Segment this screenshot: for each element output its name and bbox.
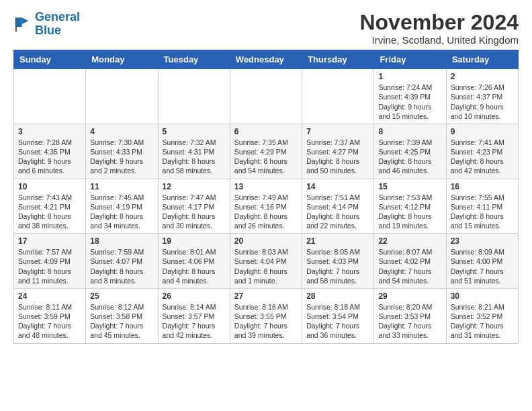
header-day-sunday: Sunday <box>14 50 86 69</box>
day-info: Sunrise: 7:35 AMSunset: 4:29 PMDaylight:… <box>234 138 298 176</box>
day-cell-24: 24Sunrise: 8:11 AMSunset: 3:59 PMDayligh… <box>14 288 86 343</box>
logo-icon <box>13 15 32 34</box>
day-number: 28 <box>306 291 369 301</box>
title-area: November 2024 Irvine, Scotland, United K… <box>359 11 519 46</box>
day-number: 10 <box>18 182 81 191</box>
day-info: Sunrise: 7:53 AMSunset: 4:12 PMDaylight:… <box>378 193 441 231</box>
logo-line2: Blue <box>35 24 61 37</box>
day-number: 9 <box>451 127 514 136</box>
day-cell-19: 19Sunrise: 8:01 AMSunset: 4:06 PMDayligh… <box>158 234 230 289</box>
day-number: 17 <box>18 236 81 246</box>
calendar-table: SundayMondayTuesdayWednesdayThursdayFrid… <box>13 50 519 343</box>
day-cell-11: 11Sunrise: 7:45 AMSunset: 4:19 PMDayligh… <box>86 179 158 234</box>
day-number: 23 <box>451 236 514 246</box>
empty-cell <box>86 69 158 124</box>
week-row-2: 3Sunrise: 7:28 AMSunset: 4:35 PMDaylight… <box>14 124 519 179</box>
day-info: Sunrise: 7:24 AMSunset: 4:39 PMDaylight:… <box>378 83 441 121</box>
day-number: 6 <box>234 127 298 136</box>
day-number: 22 <box>378 236 441 246</box>
header: General Blue November 2024 Irvine, Scotl… <box>13 11 519 46</box>
svg-rect-2 <box>15 17 17 32</box>
day-cell-3: 3Sunrise: 7:28 AMSunset: 4:35 PMDaylight… <box>14 124 86 179</box>
day-info: Sunrise: 7:45 AMSunset: 4:19 PMDaylight:… <box>90 193 153 231</box>
day-info: Sunrise: 8:03 AMSunset: 4:04 PMDaylight:… <box>234 247 298 285</box>
month-title: November 2024 <box>359 11 519 34</box>
day-cell-16: 16Sunrise: 7:55 AMSunset: 4:11 PMDayligh… <box>446 179 518 234</box>
logo-text: General Blue <box>35 11 80 38</box>
location: Irvine, Scotland, United Kingdom <box>359 34 519 46</box>
day-info: Sunrise: 7:39 AMSunset: 4:25 PMDaylight:… <box>378 138 441 176</box>
logo-line1: General <box>35 10 80 24</box>
day-info: Sunrise: 7:32 AMSunset: 4:31 PMDaylight:… <box>163 138 226 176</box>
day-info: Sunrise: 7:55 AMSunset: 4:11 PMDaylight:… <box>451 193 514 231</box>
day-cell-30: 30Sunrise: 8:21 AMSunset: 3:52 PMDayligh… <box>446 288 518 343</box>
day-cell-28: 28Sunrise: 8:18 AMSunset: 3:54 PMDayligh… <box>302 288 374 343</box>
day-number: 21 <box>306 236 369 246</box>
day-number: 30 <box>451 291 514 301</box>
header-day-saturday: Saturday <box>446 50 518 69</box>
day-number: 14 <box>306 182 369 191</box>
day-cell-15: 15Sunrise: 7:53 AMSunset: 4:12 PMDayligh… <box>374 179 446 234</box>
week-row-3: 10Sunrise: 7:43 AMSunset: 4:21 PMDayligh… <box>14 179 519 234</box>
day-info: Sunrise: 8:14 AMSunset: 3:57 PMDaylight:… <box>163 302 226 340</box>
week-row-5: 24Sunrise: 8:11 AMSunset: 3:59 PMDayligh… <box>14 288 519 343</box>
day-info: Sunrise: 7:37 AMSunset: 4:27 PMDaylight:… <box>306 138 369 176</box>
empty-cell <box>302 69 374 124</box>
day-info: Sunrise: 8:09 AMSunset: 4:00 PMDaylight:… <box>451 247 514 285</box>
day-info: Sunrise: 7:51 AMSunset: 4:14 PMDaylight:… <box>306 193 369 231</box>
day-info: Sunrise: 8:05 AMSunset: 4:03 PMDaylight:… <box>306 247 369 285</box>
day-cell-27: 27Sunrise: 8:16 AMSunset: 3:55 PMDayligh… <box>230 288 302 343</box>
day-number: 3 <box>18 127 81 136</box>
header-day-monday: Monday <box>86 50 158 69</box>
day-cell-13: 13Sunrise: 7:49 AMSunset: 4:16 PMDayligh… <box>230 179 302 234</box>
day-number: 27 <box>234 291 298 301</box>
day-number: 25 <box>90 291 153 301</box>
day-cell-9: 9Sunrise: 7:41 AMSunset: 4:23 PMDaylight… <box>446 124 518 179</box>
day-number: 11 <box>90 182 153 191</box>
day-info: Sunrise: 8:01 AMSunset: 4:06 PMDaylight:… <box>163 247 226 285</box>
day-number: 5 <box>163 127 226 136</box>
day-cell-12: 12Sunrise: 7:47 AMSunset: 4:17 PMDayligh… <box>158 179 230 234</box>
day-number: 7 <box>306 127 369 136</box>
day-cell-22: 22Sunrise: 8:07 AMSunset: 4:02 PMDayligh… <box>374 234 446 289</box>
header-row: SundayMondayTuesdayWednesdayThursdayFrid… <box>14 50 519 69</box>
day-cell-25: 25Sunrise: 8:12 AMSunset: 3:58 PMDayligh… <box>86 288 158 343</box>
day-cell-1: 1Sunrise: 7:24 AMSunset: 4:39 PMDaylight… <box>374 69 446 124</box>
empty-cell <box>14 69 86 124</box>
day-info: Sunrise: 8:12 AMSunset: 3:58 PMDaylight:… <box>90 302 153 340</box>
empty-cell <box>158 69 230 124</box>
day-info: Sunrise: 7:43 AMSunset: 4:21 PMDaylight:… <box>18 193 81 231</box>
day-cell-21: 21Sunrise: 8:05 AMSunset: 4:03 PMDayligh… <box>302 234 374 289</box>
header-day-thursday: Thursday <box>302 50 374 69</box>
day-number: 12 <box>163 182 226 191</box>
day-cell-29: 29Sunrise: 8:20 AMSunset: 3:53 PMDayligh… <box>374 288 446 343</box>
day-cell-8: 8Sunrise: 7:39 AMSunset: 4:25 PMDaylight… <box>374 124 446 179</box>
header-day-tuesday: Tuesday <box>158 50 230 69</box>
day-info: Sunrise: 7:57 AMSunset: 4:09 PMDaylight:… <box>18 247 81 285</box>
day-info: Sunrise: 8:20 AMSunset: 3:53 PMDaylight:… <box>378 302 441 340</box>
day-cell-20: 20Sunrise: 8:03 AMSunset: 4:04 PMDayligh… <box>230 234 302 289</box>
svg-marker-1 <box>22 17 29 24</box>
day-info: Sunrise: 8:11 AMSunset: 3:59 PMDaylight:… <box>18 302 81 340</box>
empty-cell <box>230 69 302 124</box>
day-cell-14: 14Sunrise: 7:51 AMSunset: 4:14 PMDayligh… <box>302 179 374 234</box>
day-cell-4: 4Sunrise: 7:30 AMSunset: 4:33 PMDaylight… <box>86 124 158 179</box>
day-info: Sunrise: 8:07 AMSunset: 4:02 PMDaylight:… <box>378 247 441 285</box>
day-number: 2 <box>451 72 514 81</box>
day-number: 1 <box>378 72 441 81</box>
logo: General Blue <box>13 11 80 38</box>
day-cell-5: 5Sunrise: 7:32 AMSunset: 4:31 PMDaylight… <box>158 124 230 179</box>
day-number: 19 <box>163 236 226 246</box>
day-number: 29 <box>378 291 441 301</box>
day-cell-10: 10Sunrise: 7:43 AMSunset: 4:21 PMDayligh… <box>14 179 86 234</box>
day-info: Sunrise: 7:59 AMSunset: 4:07 PMDaylight:… <box>90 247 153 285</box>
day-info: Sunrise: 7:26 AMSunset: 4:37 PMDaylight:… <box>451 83 514 121</box>
week-row-1: 1Sunrise: 7:24 AMSunset: 4:39 PMDaylight… <box>14 69 519 124</box>
day-number: 18 <box>90 236 153 246</box>
day-number: 26 <box>163 291 226 301</box>
day-cell-7: 7Sunrise: 7:37 AMSunset: 4:27 PMDaylight… <box>302 124 374 179</box>
day-info: Sunrise: 8:16 AMSunset: 3:55 PMDaylight:… <box>234 302 298 340</box>
day-number: 15 <box>378 182 441 191</box>
page: General Blue November 2024 Irvine, Scotl… <box>0 0 532 351</box>
day-cell-18: 18Sunrise: 7:59 AMSunset: 4:07 PMDayligh… <box>86 234 158 289</box>
